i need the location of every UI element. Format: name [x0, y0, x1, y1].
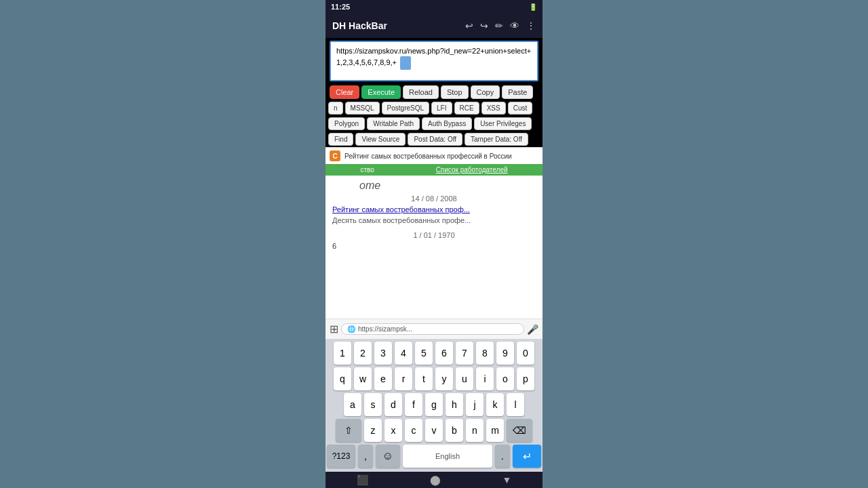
key-i[interactable]: i	[476, 367, 494, 390]
key-l[interactable]: l	[507, 393, 524, 416]
keyboard-bottom-row: ?123 , ☺ English . ↵	[327, 445, 541, 468]
nav-text: ство	[360, 166, 374, 174]
cat-btn-xss[interactable]: XSS	[481, 102, 506, 115]
keyboard-row-numbers: 1 2 3 4 5 6 7 8 9 0	[327, 342, 541, 365]
enter-key[interactable]: ↵	[513, 445, 541, 468]
copy-button[interactable]: Copy	[471, 85, 500, 99]
key-y[interactable]: y	[435, 367, 453, 390]
status-bar: 11:25 🔋	[326, 0, 542, 14]
key-w[interactable]: w	[354, 367, 372, 390]
space-key[interactable]: English	[403, 445, 492, 468]
key-9[interactable]: 9	[496, 342, 514, 365]
edit-icon[interactable]: ✏	[495, 20, 503, 31]
key-x[interactable]: x	[384, 419, 402, 442]
action-buttons-row: Clear Execute Reload Stop Copy Paste	[326, 84, 542, 100]
content-link-1[interactable]: Рейтинг самых востребованных проф...	[332, 205, 536, 214]
tool-row-1: Polygon Writable Path Auth Bypass User P…	[326, 116, 542, 131]
key-a[interactable]: a	[344, 393, 361, 416]
clear-button[interactable]: Clear	[330, 85, 359, 99]
key-m[interactable]: m	[486, 419, 504, 442]
url-input-area[interactable]: https://sizampskov.ru/news.php?id_new=22…	[330, 41, 538, 81]
backspace-key[interactable]: ⌫	[507, 419, 532, 442]
key-5[interactable]: 5	[415, 342, 433, 365]
ad-text: Рейтинг самых востребованных профессий в…	[344, 152, 512, 160]
cat-btn-mssql[interactable]: MSSQL	[345, 102, 380, 115]
key-4[interactable]: 4	[395, 342, 412, 365]
key-8[interactable]: 8	[476, 342, 494, 365]
redo-icon[interactable]: ↪	[480, 20, 488, 31]
key-2[interactable]: 2	[354, 342, 372, 365]
paste-button[interactable]: Paste	[502, 85, 533, 99]
menu-icon[interactable]: ⋮	[526, 20, 536, 31]
date-line-1: 14 / 08 / 2008	[332, 195, 536, 203]
app-toolbar: DH HackBar ↩ ↪ ✏ 👁 ⋮	[326, 14, 542, 38]
mic-icon[interactable]: 🎤	[527, 324, 538, 335]
symbols-key[interactable]: ?123	[327, 445, 355, 468]
cat-btn-n[interactable]: n	[328, 102, 343, 115]
key-u[interactable]: u	[456, 367, 473, 390]
key-s[interactable]: s	[364, 393, 382, 416]
key-o[interactable]: o	[496, 367, 514, 390]
auth-bypass-button[interactable]: Auth Bypass	[422, 117, 472, 130]
stop-button[interactable]: Stop	[441, 85, 469, 99]
nav-link-employers[interactable]: Список работодателей	[436, 166, 508, 174]
undo-icon[interactable]: ↩	[465, 20, 473, 31]
key-6[interactable]: 6	[435, 342, 453, 365]
key-h[interactable]: h	[446, 393, 463, 416]
tamper-data-button[interactable]: Tamper Data: Off	[465, 133, 528, 146]
key-g[interactable]: g	[425, 393, 443, 416]
content-text-1: Десять самых востребованных профе...	[332, 216, 536, 224]
key-f[interactable]: f	[405, 393, 422, 416]
writable-path-button[interactable]: Writable Path	[367, 117, 420, 130]
key-b[interactable]: b	[446, 419, 463, 442]
bottom-nav: ⬛ ⬤ ▼	[326, 472, 542, 488]
nav-square-button[interactable]: ⬛	[357, 474, 368, 485]
ad-banner[interactable]: C Рейтинг самых востребованных профессий…	[326, 147, 542, 164]
key-j[interactable]: j	[466, 393, 484, 416]
comma-key[interactable]: ,	[358, 445, 373, 468]
period-key[interactable]: .	[495, 445, 510, 468]
key-7[interactable]: 7	[456, 342, 473, 365]
cat-btn-cust[interactable]: Cust	[508, 102, 533, 115]
key-d[interactable]: d	[384, 393, 402, 416]
key-q[interactable]: q	[334, 367, 351, 390]
nav-triangle-button[interactable]: ▼	[502, 474, 512, 485]
cat-btn-lfi[interactable]: LFI	[431, 102, 452, 115]
emoji-key[interactable]: ☺	[376, 445, 400, 468]
toolbar-icons: ↩ ↪ ✏ 👁 ⋮	[465, 20, 536, 31]
browser-url-pill[interactable]: 🌐 https://sizampsk...	[341, 323, 524, 335]
find-button[interactable]: Find	[328, 133, 353, 146]
key-3[interactable]: 3	[374, 342, 392, 365]
view-source-button[interactable]: View Source	[355, 133, 406, 146]
keyboard-row-asdf: a s d f g h j k l	[327, 393, 541, 416]
key-p[interactable]: p	[517, 367, 534, 390]
key-t[interactable]: t	[415, 367, 433, 390]
browser-url-text: https://sizampsk...	[358, 325, 412, 333]
post-data-button[interactable]: Post Data: Off	[408, 133, 462, 146]
status-time: 11:25	[331, 3, 350, 11]
key-z[interactable]: z	[364, 419, 382, 442]
key-v[interactable]: v	[425, 419, 443, 442]
ad-icon: C	[330, 150, 340, 161]
key-n[interactable]: n	[466, 419, 484, 442]
keyboard: 1 2 3 4 5 6 7 8 9 0 q w e r t y u i o p …	[326, 339, 542, 472]
eye-icon[interactable]: 👁	[510, 20, 519, 31]
polygon-button[interactable]: Polygon	[328, 117, 365, 130]
shift-key[interactable]: ⇧	[336, 419, 361, 442]
cat-btn-postgresql[interactable]: PostgreSQL	[382, 102, 429, 115]
grid-icon[interactable]: ⊞	[330, 323, 338, 336]
url-text: https://sizampskov.ru/news.php?id_new=22…	[336, 47, 531, 66]
key-1[interactable]: 1	[334, 342, 351, 365]
execute-button[interactable]: Execute	[361, 85, 401, 99]
key-k[interactable]: k	[486, 393, 504, 416]
key-e[interactable]: e	[374, 367, 392, 390]
reload-button[interactable]: Reload	[403, 85, 439, 99]
user-privileges-button[interactable]: User Privileges	[474, 117, 532, 130]
category-buttons-row: n MSSQL PostgreSQL LFI RCE XSS Cust	[326, 100, 542, 116]
home-label: ome	[359, 180, 380, 191]
key-c[interactable]: c	[405, 419, 422, 442]
cat-btn-rce[interactable]: RCE	[454, 102, 479, 115]
nav-circle-button[interactable]: ⬤	[430, 474, 441, 485]
key-0[interactable]: 0	[517, 342, 534, 365]
key-r[interactable]: r	[395, 367, 412, 390]
